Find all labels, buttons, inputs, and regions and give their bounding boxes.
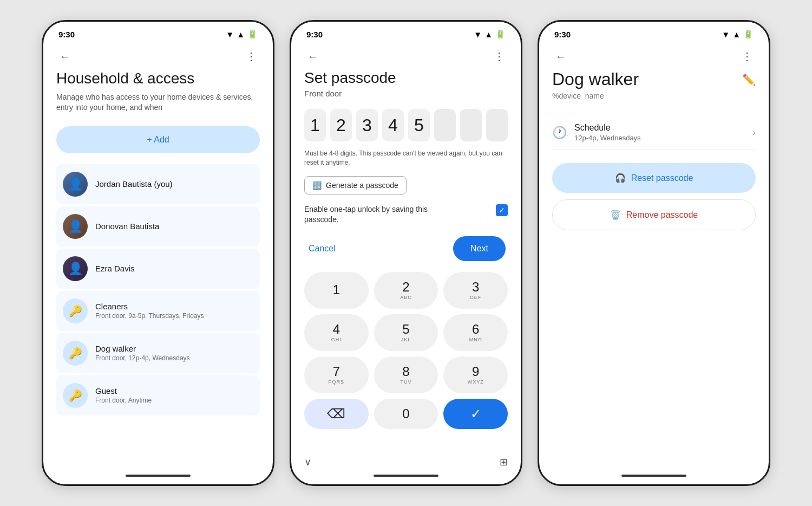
key-4[interactable]: 4 GHI bbox=[304, 314, 369, 351]
home-indicator-1 bbox=[126, 475, 191, 477]
key-6-sub: MNO bbox=[469, 337, 482, 342]
phone3-content: Dog walker ✏️ %device_name 🕐 Schedule 12… bbox=[539, 69, 769, 470]
generate-icon: 🔢 bbox=[312, 181, 322, 190]
key-5-sub: JKL bbox=[401, 337, 411, 342]
chevron-right-icon: › bbox=[752, 127, 756, 138]
phone1-content: Household & access Manage who has access… bbox=[43, 69, 273, 470]
digit-8 bbox=[486, 109, 508, 141]
edit-icon[interactable]: ✏️ bbox=[742, 73, 756, 86]
status-icons-3: ▼ ▲ 🔋 bbox=[722, 29, 754, 39]
cancel-button[interactable]: Cancel bbox=[306, 238, 338, 259]
key-9-main: 9 bbox=[472, 365, 479, 378]
member-name-guest: Guest bbox=[95, 386, 152, 395]
key-1[interactable]: 1 bbox=[304, 272, 369, 309]
status-bar-2: 9:30 ▼ ▲ 🔋 bbox=[291, 22, 521, 41]
member-name-ezra: Ezra Davis bbox=[95, 264, 135, 273]
key-6-main: 6 bbox=[472, 323, 479, 336]
top-nav-3: ← ⋮ bbox=[539, 41, 769, 69]
avatar-ezra: 👤 bbox=[63, 256, 88, 281]
key-6[interactable]: 6 MNO bbox=[443, 314, 508, 351]
back-button-3[interactable]: ← bbox=[550, 46, 572, 67]
page-title-1: Household & access bbox=[56, 69, 260, 88]
key-confirm-main: ✓ bbox=[470, 407, 481, 420]
back-button-1[interactable]: ← bbox=[54, 46, 76, 67]
key-0-main: 0 bbox=[402, 407, 409, 420]
home-indicator-2 bbox=[374, 475, 438, 477]
member-jordan[interactable]: 👤 Jordan Bautista (you) bbox=[56, 164, 260, 204]
more-button-2[interactable]: ⋮ bbox=[488, 46, 510, 67]
key-confirm[interactable]: ✓ bbox=[443, 399, 508, 429]
passcode-digits-row: 1 2 3 4 5 bbox=[304, 109, 508, 141]
passcode-hint: Must be 4-8 digits. This passcode can't … bbox=[304, 149, 508, 167]
member-dogwalker[interactable]: 🔑 Dog walker Front door, 12p-4p, Wednesd… bbox=[56, 333, 260, 373]
key-0[interactable]: 0 bbox=[374, 399, 438, 429]
page-subtitle-1: Manage who has access to your home devic… bbox=[56, 92, 260, 113]
digit-5: 5 bbox=[408, 109, 430, 141]
one-tap-checkbox[interactable]: ✓ bbox=[496, 204, 508, 216]
wifi-icon-2: ▼ bbox=[474, 30, 482, 39]
key-3[interactable]: 3 DEF bbox=[443, 272, 508, 309]
key-9-sub: WXYZ bbox=[468, 379, 484, 385]
remove-passcode-button[interactable]: 🗑️ Remove passcode bbox=[552, 199, 756, 230]
back-button-2[interactable]: ← bbox=[302, 46, 324, 67]
member-donovan[interactable]: 👤 Donovan Bautista bbox=[56, 206, 260, 246]
key-8-main: 8 bbox=[402, 365, 409, 378]
schedule-detail: 12p-4p, Wednesdays bbox=[574, 134, 641, 142]
reset-passcode-label: Reset passcode bbox=[631, 173, 693, 183]
schedule-row[interactable]: 🕐 Schedule 12p-4p, Wednesdays › bbox=[552, 115, 756, 150]
key-2[interactable]: 2 ABC bbox=[374, 272, 438, 309]
battery-icon-2: 🔋 bbox=[495, 29, 506, 39]
avatar-donovan: 👤 bbox=[63, 214, 88, 239]
member-guest[interactable]: 🔑 Guest Front door, Anytime bbox=[56, 375, 260, 416]
remove-passcode-label: Remove passcode bbox=[626, 210, 698, 220]
bottom-bar-1 bbox=[43, 470, 273, 484]
top-nav-2: ← ⋮ bbox=[291, 41, 521, 69]
one-tap-row: Enable one-tap unlock by saving this pas… bbox=[304, 204, 508, 225]
status-bar-1: 9:30 ▼ ▲ 🔋 bbox=[43, 22, 273, 41]
schedule-info: Schedule 12p-4p, Wednesdays bbox=[574, 123, 641, 142]
time-1: 9:30 bbox=[58, 30, 75, 39]
key-9[interactable]: 9 WXYZ bbox=[443, 356, 508, 393]
member-list: 👤 Jordan Bautista (you) 👤 Donovan Bautis… bbox=[56, 164, 260, 416]
key-3-main: 3 bbox=[472, 281, 479, 294]
clock-icon: 🕐 bbox=[552, 126, 567, 140]
wifi-icon-3: ▼ bbox=[722, 30, 730, 39]
one-tap-text: Enable one-tap unlock by saving this pas… bbox=[304, 204, 457, 225]
member-info-donovan: Donovan Bautista bbox=[95, 222, 159, 231]
key-2-sub: ABC bbox=[400, 295, 412, 300]
member-cleaners[interactable]: 🔑 Cleaners Front door, 9a-5p, Thursdays,… bbox=[56, 291, 260, 331]
key-8[interactable]: 8 TUV bbox=[374, 356, 438, 393]
key-5[interactable]: 5 JKL bbox=[374, 314, 438, 351]
top-nav-1: ← ⋮ bbox=[43, 41, 273, 69]
more-button-3[interactable]: ⋮ bbox=[736, 46, 758, 67]
home-indicator-3 bbox=[621, 475, 686, 477]
add-button[interactable]: + Add bbox=[56, 126, 260, 153]
member-name-jordan: Jordan Bautista (you) bbox=[95, 179, 173, 189]
digit-6 bbox=[434, 109, 456, 141]
digit-1: 1 bbox=[304, 109, 326, 141]
signal-icon-2: ▲ bbox=[484, 30, 493, 39]
generate-button[interactable]: 🔢 Generate a passcode bbox=[304, 176, 407, 194]
phone-2: 9:30 ▼ ▲ 🔋 ← ⋮ Set passcode Front door 1… bbox=[290, 20, 522, 486]
headphones-icon: 🎧 bbox=[615, 173, 626, 183]
more-button-1[interactable]: ⋮ bbox=[240, 46, 262, 67]
key-7[interactable]: 7 PQRS bbox=[304, 356, 369, 393]
key-8-sub: TUV bbox=[400, 379, 411, 385]
action-row: Cancel Next bbox=[304, 236, 508, 261]
person-icon-3: 👤 bbox=[63, 256, 88, 281]
member-detail-guest: Front door, Anytime bbox=[95, 397, 152, 404]
bottom-bar-2 bbox=[291, 470, 521, 484]
digit-4: 4 bbox=[382, 109, 404, 141]
battery-icon: 🔋 bbox=[247, 29, 258, 39]
key-4-main: 4 bbox=[333, 323, 340, 336]
signal-icon-3: ▲ bbox=[732, 30, 741, 39]
key-backspace[interactable]: ⌫ bbox=[304, 399, 369, 429]
member-info-dogwalker: Dog walker Front door, 12p-4p, Wednesday… bbox=[95, 344, 190, 362]
phone2-content: Set passcode Front door 1 2 3 4 5 Must b… bbox=[291, 69, 521, 453]
member-name-dogwalker: Dog walker bbox=[95, 344, 190, 353]
next-button[interactable]: Next bbox=[453, 236, 506, 261]
reset-passcode-button[interactable]: 🎧 Reset passcode bbox=[552, 163, 756, 193]
key-5-main: 5 bbox=[402, 323, 409, 336]
member-ezra[interactable]: 👤 Ezra Davis bbox=[56, 249, 260, 289]
numpad: 1 2 ABC 3 DEF 4 GHI 5 JKL 6 MNO bbox=[304, 272, 508, 429]
